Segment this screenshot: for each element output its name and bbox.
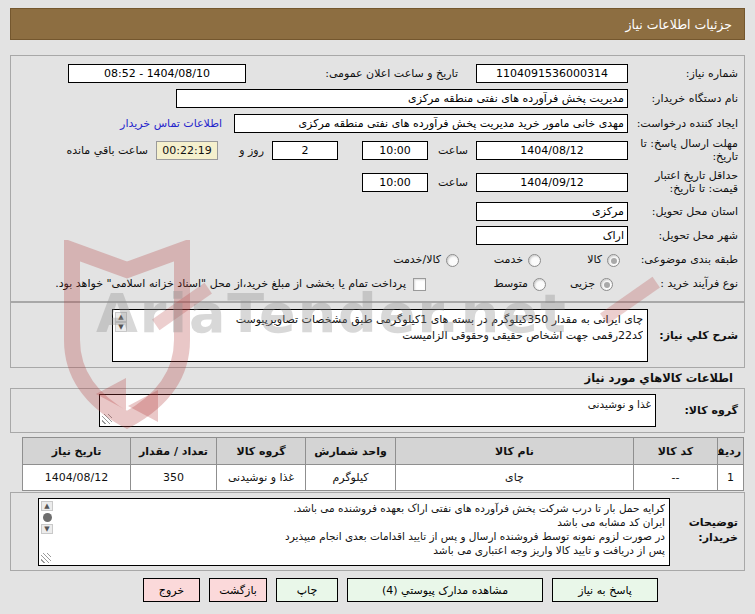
buyer-notes-label: توضیحات خریدار:: [672, 515, 738, 545]
scroll-up-icon[interactable]: ▲: [115, 312, 127, 322]
description-label: شرح کلي نیاز:: [659, 329, 738, 342]
scroll-up-icon[interactable]: ▲: [41, 501, 53, 511]
radio-goods-service-label: کالا/خدمت: [393, 253, 441, 266]
goods-group-label: گروه کالا:: [684, 404, 738, 417]
buyer-org-label: نام دستگاه خریدار:: [651, 92, 738, 105]
buyer-notes-text: کرایه حمل بار تا درب شرکت پخش فرآورده ها…: [57, 501, 665, 563]
announce-datetime-input[interactable]: [68, 64, 246, 83]
radio-goods-label: کالا: [587, 253, 602, 266]
col-goods-name: نام کالا: [396, 438, 634, 465]
hours-remaining-label: ساعت باقي مانده: [66, 144, 148, 157]
general-description-panel: شرح کلي نیاز: ▲ ▼ چای ایرانی به مقدار 35…: [10, 302, 745, 368]
description-scrollbar[interactable]: ▲ ▼: [114, 311, 128, 360]
respond-to-need-button[interactable]: پاسخ به نیاز: [552, 578, 658, 602]
province-label: استان محل تحویل:: [652, 205, 738, 218]
col-goods-group: گروه کالا: [217, 438, 306, 465]
goods-table: ردیف کد کالا نام کالا واحد شمارش گروه کا…: [22, 437, 744, 491]
cell-goods-name: چای: [396, 465, 634, 491]
scroll-down-icon[interactable]: ▼: [41, 524, 53, 534]
goods-group-value: غذا و نوشیدنی: [104, 397, 651, 424]
goods-info-header: اطلاعات کالاهاي مورد نیاز: [585, 371, 733, 385]
cell-goods-code: --: [634, 465, 718, 491]
radio-minor-label: جزیی: [570, 277, 595, 290]
action-buttons-bar: پاسخ به نیاز مشاهده مدارک پیوستي (4) چاپ…: [143, 578, 658, 602]
radio-service[interactable]: [528, 254, 541, 267]
response-deadline-time-input[interactable]: [362, 141, 428, 160]
need-number-label: شماره نیاز:: [686, 67, 738, 80]
city-label: شهر محل تحویل:: [658, 229, 738, 242]
radio-service-label: خدمت: [494, 253, 523, 266]
city-input[interactable]: [476, 226, 628, 245]
col-unit: واحد شمارش: [306, 438, 396, 465]
treasury-checkbox[interactable]: [413, 278, 426, 291]
exit-button[interactable]: خروج: [143, 578, 200, 602]
days-remaining-input[interactable]: [272, 141, 338, 160]
resize-handle-icon[interactable]: [41, 553, 51, 563]
cell-goods-group: غذا و نوشیدنی: [217, 465, 306, 491]
process-type-label: نوع فرآیند خرید :: [660, 277, 738, 290]
buyer-notes-panel: توضیحات خریدار: ▲ ▼ کرایه حمل بار تا درب…: [10, 492, 745, 571]
col-goods-code: کد کالا: [634, 438, 718, 465]
description-textarea[interactable]: ▲ ▼ چای ایرانی به مقدار 350کیلوگرم در بس…: [112, 309, 648, 362]
countdown-timer: 00:22:19: [156, 141, 218, 160]
price-validity-time-input[interactable]: [362, 173, 428, 192]
col-quantity: تعداد / مقدار: [131, 438, 217, 465]
request-creator-input[interactable]: [234, 114, 628, 133]
radio-minor[interactable]: [600, 278, 613, 291]
request-creator-label: ایجاد کننده درخواست:: [637, 117, 738, 130]
print-button[interactable]: چاپ: [276, 578, 338, 602]
scroll-down-icon[interactable]: ▼: [115, 322, 127, 332]
description-text: چای ایرانی به مقدار 350کیلوگرم در بسته ه…: [131, 312, 643, 359]
price-validity-date-input[interactable]: [476, 173, 628, 192]
radio-medium[interactable]: [533, 278, 546, 291]
resize-handle-icon[interactable]: [102, 414, 112, 424]
goods-table-header-row: ردیف کد کالا نام کالا واحد شمارش گروه کا…: [23, 438, 744, 465]
need-info-panel: شماره نیاز: تاریخ و ساعت اعلان عمومی: نا…: [10, 55, 745, 302]
buyer-org-input[interactable]: [176, 89, 628, 108]
col-row-number: ردیف: [718, 438, 744, 465]
price-hour-label: ساعت: [438, 176, 468, 189]
need-number-input[interactable]: [476, 64, 628, 83]
cell-need-date: 1404/08/12: [23, 465, 131, 491]
radio-goods-service[interactable]: [446, 254, 459, 267]
goods-group-panel: گروه کالا: غذا و نوشیدنی: [10, 388, 745, 433]
cell-unit: کیلوگرم: [306, 465, 396, 491]
need-details-page: جزئیات اطلاعات نیاز شماره نیاز: تاریخ و …: [0, 0, 755, 614]
view-attachments-button[interactable]: مشاهده مدارک پیوستي (4): [347, 578, 543, 602]
page-title: جزئیات اطلاعات نیاز: [10, 8, 745, 40]
scrollbar-thumb[interactable]: [43, 513, 52, 522]
goods-group-input[interactable]: غذا و نوشیدنی: [99, 394, 656, 427]
response-deadline-label: مهلت ارسال پاسخ: تا تاریخ:: [630, 137, 738, 163]
treasury-checkbox-label: پرداخت تمام یا بخشی از مبلغ خرید،از محل …: [55, 277, 406, 290]
col-need-date: تاریخ نیاز: [23, 438, 131, 465]
cell-quantity: 350: [131, 465, 217, 491]
price-validity-label: حداقل تاریخ اعتبار قیمت: تا تاریخ:: [630, 169, 738, 195]
announce-datetime-label: تاریخ و ساعت اعلان عمومی:: [325, 67, 458, 80]
response-hour-label: ساعت: [438, 144, 468, 157]
days-separator-label: روز و: [239, 144, 264, 157]
buyer-contact-link[interactable]: اطلاعات تماس خریدار: [120, 117, 222, 130]
table-row[interactable]: 1 -- چای کیلوگرم غذا و نوشیدنی 350 1404/…: [23, 465, 744, 491]
buyer-notes-textarea[interactable]: ▲ ▼ کرایه حمل بار تا درب شرکت پخش فرآورد…: [38, 498, 670, 566]
radio-medium-label: متوسط: [493, 277, 528, 290]
back-button[interactable]: بازگشت: [209, 578, 267, 602]
cell-row-number: 1: [718, 465, 744, 491]
subject-class-label: طبقه بندی موضوعی:: [641, 253, 738, 266]
radio-goods[interactable]: [607, 254, 620, 267]
response-deadline-date-input[interactable]: [476, 141, 628, 160]
province-input[interactable]: [476, 202, 628, 221]
